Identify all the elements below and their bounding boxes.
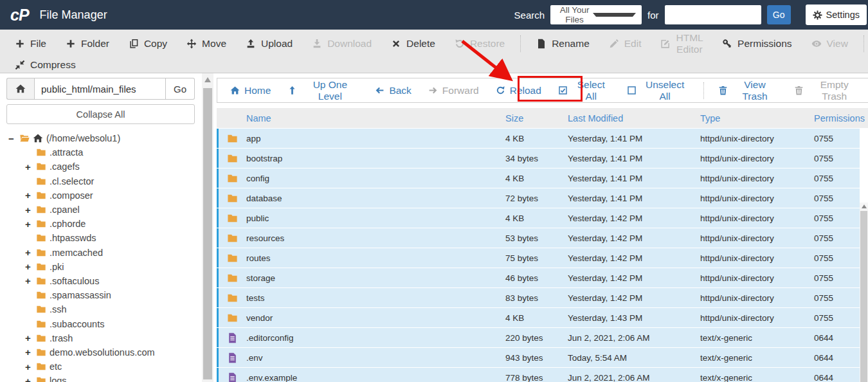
- table-row-routes[interactable]: routes 75 bytes Yesterday, 1:42 PM httpd…: [217, 248, 860, 268]
- tree-item-.composer[interactable]: .composer: [0, 188, 201, 203]
- tree-item-.cphorde[interactable]: .cphorde: [0, 217, 201, 231]
- file-type: text/x-generic: [699, 353, 813, 363]
- search-go-button[interactable]: Go: [767, 5, 791, 24]
- tree-folder-label: .memcached: [50, 248, 103, 258]
- tree-item-.htpasswds[interactable]: .htpasswds: [0, 231, 201, 245]
- column-header-type[interactable]: Type: [699, 113, 813, 123]
- table-row-vendor[interactable]: vendor 4 KB Yesterday, 1:43 PM httpd/uni…: [217, 308, 860, 327]
- tree-item-.pki[interactable]: .pki: [0, 260, 201, 274]
- column-header-size[interactable]: Size: [504, 113, 566, 123]
- table-row-storage[interactable]: storage 46 bytes Yesterday, 1:42 PM http…: [217, 268, 860, 287]
- table-row-.env[interactable]: .env 943 bytes Today, 5:54 AM text/x-gen…: [217, 348, 860, 367]
- path-go-button[interactable]: Go: [166, 78, 195, 100]
- tree-expander-icon[interactable]: [23, 361, 33, 372]
- tree-item-.memcached[interactable]: .memcached: [0, 246, 201, 260]
- folder-icon: [36, 333, 46, 343]
- toolbar-button-compress[interactable]: Compress: [5, 57, 86, 73]
- search-scope-value: All Your Files: [556, 5, 593, 24]
- tree-item-.softaculous[interactable]: .softaculous: [0, 274, 201, 288]
- tree-expander-icon[interactable]: [23, 205, 33, 215]
- nav-button-forward[interactable]: Forward: [420, 78, 487, 102]
- settings-button[interactable]: Settings: [806, 5, 867, 25]
- tree-expander-icon[interactable]: [23, 161, 33, 172]
- tree-item-.ssh[interactable]: .ssh: [0, 302, 201, 316]
- tree-expander-icon[interactable]: [23, 190, 33, 201]
- toolbar-button-folder[interactable]: Folder: [56, 31, 119, 57]
- nav-button-up-one-level[interactable]: Up One Level: [279, 78, 366, 102]
- scroll-up-icon[interactable]: [204, 77, 211, 82]
- toolbar-button-move[interactable]: Move: [177, 31, 236, 57]
- nav-button-empty-trash[interactable]: Empty Trash: [786, 78, 868, 102]
- arrow-left-icon: [375, 86, 384, 95]
- nav-button-unselect-all[interactable]: Unselect All: [619, 78, 698, 102]
- path-home-button[interactable]: [6, 78, 34, 100]
- tree-item-demo.websolutionus.com[interactable]: demo.websolutionus.com: [0, 345, 201, 359]
- file-name: .env: [245, 353, 504, 363]
- toolbar-button-download[interactable]: Download: [302, 31, 381, 57]
- tree-item-logs[interactable]: logs: [0, 374, 201, 382]
- sidebar-scrollbar[interactable]: [202, 73, 213, 382]
- toolbar-button-delete[interactable]: Delete: [381, 31, 445, 57]
- file-icon: [227, 352, 238, 363]
- toolbar-button-edit[interactable]: Edit: [599, 31, 651, 57]
- tree-item-etc[interactable]: etc: [0, 359, 201, 374]
- file-permissions: 0755: [813, 174, 860, 183]
- tree-expander-icon[interactable]: [6, 133, 16, 144]
- toolbar-button-copy[interactable]: Copy: [119, 31, 177, 57]
- eye-icon: [811, 39, 822, 49]
- tree-expander-icon[interactable]: [23, 347, 33, 358]
- nav-button-view-trash[interactable]: View Trash: [710, 78, 786, 102]
- column-header-name[interactable]: Name: [245, 113, 504, 123]
- home-icon: [230, 86, 240, 95]
- column-header-permissions[interactable]: Permissions: [813, 113, 868, 123]
- table-row-config[interactable]: config 4 KB Yesterday, 1:41 PM httpd/uni…: [217, 168, 860, 188]
- table-scrollbar[interactable]: [860, 203, 868, 382]
- scroll-up-icon[interactable]: [862, 205, 867, 208]
- tree-folder-label: .ssh: [50, 304, 67, 314]
- tree-item-home-websolu1[interactable]: (/home/websolu1): [0, 131, 201, 145]
- tree-expander-icon[interactable]: [23, 275, 33, 286]
- table-row-tests[interactable]: tests 83 bytes Yesterday, 1:42 PM httpd/…: [217, 288, 860, 307]
- tree-item-.cl.selector[interactable]: .cl.selector: [0, 174, 201, 188]
- toolbar-button-view[interactable]: View: [802, 31, 858, 57]
- toolbar-button-restore[interactable]: Restore: [445, 31, 514, 57]
- tree-item-.trash[interactable]: .trash: [0, 331, 201, 345]
- tree-expander-icon[interactable]: [23, 261, 33, 272]
- nav-button-home[interactable]: Home: [222, 78, 279, 102]
- table-row-.env.example[interactable]: .env.example 778 bytes Jun 2, 2021, 2:06…: [217, 368, 860, 382]
- toolbar-button-rename[interactable]: Rename: [527, 31, 599, 57]
- tree-item-.spamassassin[interactable]: .spamassassin: [0, 288, 201, 302]
- table-scrollbar-thumb[interactable]: [860, 211, 867, 382]
- table-row-app[interactable]: app 4 KB Yesterday, 1:41 PM httpd/unix-d…: [217, 129, 860, 148]
- nav-button-select-all[interactable]: Select All: [550, 78, 619, 102]
- file-name: config: [245, 174, 504, 183]
- tree-item-.subaccounts[interactable]: .subaccounts: [0, 316, 201, 331]
- search-scope-select[interactable]: All Your Files: [550, 5, 642, 24]
- toolbar-button-permissions[interactable]: Permissions: [712, 31, 801, 57]
- collapse-all-button[interactable]: Collapse All: [6, 104, 195, 124]
- tree-expander-icon[interactable]: [23, 376, 33, 382]
- tree-item-.cpanel[interactable]: .cpanel: [0, 203, 201, 217]
- search-input[interactable]: [665, 5, 761, 24]
- file-last-modified: Yesterday, 1:42 PM: [566, 214, 699, 223]
- toolbar-button-upload[interactable]: Upload: [236, 31, 302, 57]
- toolbar-button-html-editor[interactable]: HTML Editor: [651, 31, 712, 57]
- tree-item-.cagefs[interactable]: .cagefs: [0, 159, 201, 174]
- table-row-.editorconfig[interactable]: .editorconfig 220 bytes Jun 2, 2021, 2:0…: [217, 328, 860, 347]
- table-row-bootstrap[interactable]: bootstrap 34 bytes Yesterday, 1:41 PM ht…: [217, 149, 860, 168]
- table-row-database[interactable]: database 72 bytes Yesterday, 1:41 PM htt…: [217, 188, 860, 208]
- tree-item-.attracta[interactable]: .attracta: [0, 145, 201, 159]
- sidebar-scrollbar-thumb[interactable]: [203, 88, 212, 379]
- tree-expander-icon[interactable]: [23, 247, 33, 258]
- table-row-resources[interactable]: resources 53 bytes Yesterday, 1:42 PM ht…: [217, 228, 860, 248]
- toolbar-button-file[interactable]: File: [5, 31, 56, 57]
- column-header-last-modified[interactable]: Last Modified: [566, 113, 699, 123]
- nav-button-reload[interactable]: Reload: [487, 78, 550, 102]
- search-label: Search: [514, 10, 545, 21]
- tree-expander-icon[interactable]: [23, 219, 33, 230]
- nav-button-back[interactable]: Back: [366, 78, 419, 102]
- tree-expander-icon[interactable]: [23, 332, 33, 343]
- table-row-public[interactable]: public 4 KB Yesterday, 1:42 PM httpd/uni…: [217, 208, 860, 228]
- path-input[interactable]: [34, 78, 166, 100]
- file-actions-toolbar: File Folder Copy Move Upload Download De…: [0, 30, 868, 73]
